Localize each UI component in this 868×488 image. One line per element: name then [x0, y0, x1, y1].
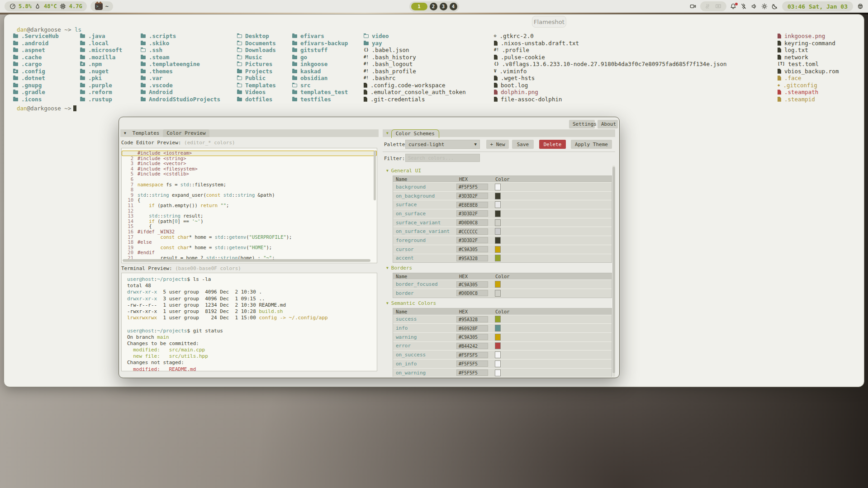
terminal-preview[interactable]: user@host:~/projects$ ls -latotal 48drwx… [121, 273, 377, 371]
hex-value-field[interactable]: #3D3D2F [456, 237, 488, 243]
color-swatch[interactable] [495, 351, 501, 358]
section-collapse-icon[interactable]: ▼ [386, 169, 389, 173]
file-name: .git-credentials [370, 96, 425, 103]
shell-prompt-line-2[interactable]: dan@darkgoose ~> [17, 105, 76, 112]
workspace-1[interactable]: 1 [411, 3, 427, 10]
apply-theme-button[interactable]: Apply Theme [571, 140, 612, 149]
ls-entry: boot.log [494, 82, 727, 89]
theme-editor-dialog[interactable]: Settings About ▼ Templates Color Preview… [119, 117, 620, 378]
file-name: .bashrc [372, 75, 396, 82]
color-row-info: info#60928F [393, 323, 612, 332]
save-palette-button[interactable]: Save [512, 140, 534, 149]
code-lines: #include <iostream>2#include <string>3#i… [122, 148, 377, 261]
file-icon: [T] [778, 62, 785, 66]
hex-value-field[interactable]: #D0D0C8 [456, 219, 488, 226]
hex-value-field[interactable]: #60928F [456, 325, 488, 332]
palette-dropdown[interactable]: cursed-light ▼ [405, 140, 480, 149]
tab-color-preview[interactable]: Color Preview [163, 129, 209, 137]
workspace-2[interactable]: 2 [430, 3, 437, 10]
color-section-title[interactable]: ▼General UI [386, 168, 612, 174]
color-swatch[interactable] [495, 325, 501, 332]
color-swatch[interactable] [495, 228, 501, 235]
new-palette-button[interactable]: + New [486, 140, 509, 149]
hex-value-field[interactable]: #F5F5F5 [456, 370, 488, 376]
color-swatch[interactable] [495, 290, 501, 297]
system-stats-pill[interactable]: 5.8% 48°C 4.7G [5, 1, 87, 11]
ls-entry: .pulse-cookie [494, 54, 727, 61]
memory-chip-icon [60, 3, 66, 10]
folder-icon [80, 90, 85, 94]
scheme-scrollbar-track[interactable] [612, 166, 615, 377]
night-light-off-icon[interactable] [772, 3, 778, 10]
bluetooth-off-icon[interactable] [740, 3, 747, 10]
color-swatch[interactable] [495, 281, 501, 288]
brightness-sun-icon[interactable] [761, 3, 768, 10]
color-section-title[interactable]: ▼Borders [386, 265, 612, 271]
color-swatch[interactable] [495, 360, 501, 367]
clock[interactable]: 03:46 Sat, Jan 03 [782, 1, 853, 11]
hex-value-field[interactable]: #E8E8E8 [456, 202, 488, 208]
hex-value-field[interactable]: #95A328 [456, 255, 488, 261]
color-section-title[interactable]: ▼Semantic Colors [386, 300, 612, 306]
terminal-preview-line: Changes not staged: [122, 360, 377, 366]
code-editor-preview[interactable]: #include <iostream>2#include <string>3#i… [121, 148, 377, 263]
prompt-user: dan [17, 26, 27, 33]
hex-value-field[interactable]: #C9A305 [456, 246, 488, 252]
file-icon [778, 69, 781, 74]
color-swatch[interactable] [495, 237, 501, 244]
hex-value-field[interactable]: #C9A305 [456, 334, 488, 340]
wave-icon [705, 3, 711, 10]
workspace-4[interactable]: 4 [450, 3, 457, 10]
color-name: on_background [393, 193, 456, 199]
screen-record-icon[interactable] [690, 3, 697, 10]
terminal-app-pill[interactable]: >_ ~ [90, 1, 113, 11]
code-vertical-scrollbar[interactable] [374, 151, 376, 200]
color-swatch[interactable] [495, 316, 501, 322]
about-button[interactable]: About [598, 120, 618, 128]
color-swatch[interactable] [495, 201, 501, 208]
workspace-3[interactable]: 3 [440, 3, 447, 10]
terminal-preview-label-text: Terminal Preview: [121, 265, 172, 271]
color-schemes-title: Color Schemes [391, 130, 439, 137]
section-collapse-icon[interactable]: ▼ [386, 266, 389, 270]
filter-input[interactable] [405, 154, 480, 162]
section-collapse-icon[interactable]: ▼ [386, 301, 389, 305]
collapse-chevron-icon[interactable]: ▼ [386, 131, 389, 135]
hex-value-field[interactable]: #3D3D2F [456, 210, 488, 217]
hex-value-field[interactable]: #B44242 [456, 343, 488, 349]
color-swatch[interactable] [495, 255, 501, 261]
code-horizontal-scrollbar[interactable] [123, 259, 370, 262]
column-header: HEX [456, 273, 493, 280]
screenshare-group-pill[interactable] [700, 1, 726, 11]
hex-value-field[interactable]: #C9A305 [456, 281, 488, 288]
color-swatch[interactable] [495, 193, 501, 199]
delete-palette-button[interactable]: Delete [539, 140, 566, 149]
volume-icon[interactable] [751, 3, 758, 10]
file-name: src [300, 82, 311, 89]
hex-value-field[interactable]: #3D3D2F [456, 193, 488, 199]
hex-value-field[interactable]: #F5F5F5 [456, 360, 488, 367]
hex-value-field[interactable]: #F5F5F5 [456, 184, 488, 190]
hex-value-field[interactable]: #D0D0C8 [456, 290, 488, 296]
color-swatch[interactable] [495, 342, 501, 349]
power-owl-icon[interactable] [857, 3, 863, 10]
hex-value-field[interactable]: #95A328 [456, 316, 488, 322]
collapse-chevron-icon[interactable]: ▼ [124, 131, 126, 135]
color-row-on_info: on_info#F5F5F5 [393, 359, 612, 368]
notifications-bell-icon[interactable] [730, 3, 737, 10]
hex-value-field[interactable]: #F5F5F5 [456, 352, 488, 358]
hex-value-field[interactable]: #CCCCCC [456, 228, 488, 235]
line-number: 11 [123, 203, 133, 208]
color-swatch[interactable] [495, 246, 501, 253]
scheme-scrollbar-thumb[interactable] [612, 167, 615, 373]
file-icon [778, 97, 781, 102]
color-swatch[interactable] [495, 334, 501, 341]
folder-icon [141, 70, 146, 73]
settings-button[interactable]: Settings [569, 120, 595, 128]
color-scheme-list[interactable]: ▼General UINameHEXColorbackground#F5F5F5… [383, 166, 612, 377]
color-swatch[interactable] [495, 184, 501, 190]
color-swatch[interactable] [495, 210, 501, 217]
color-swatch[interactable] [495, 370, 501, 376]
tab-templates[interactable]: Templates [129, 129, 163, 137]
color-swatch[interactable] [495, 219, 501, 226]
